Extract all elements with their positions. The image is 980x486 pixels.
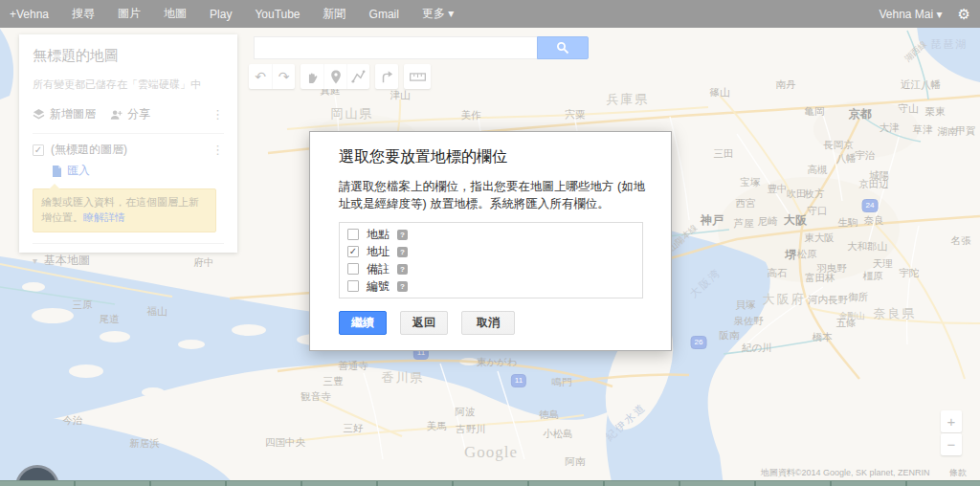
taskbar-edge [0,480,980,486]
field-label: 地點 [367,227,390,243]
help-icon[interactable]: ? [397,264,408,275]
help-icon[interactable]: ? [397,247,408,257]
field-list: 地點 ? ✓ 地址 ? 備註 ? 編號 ? [339,222,643,298]
dialog-body-text: 請選取您檔案上的欄位，指出您要在地圖上哪些地方 (如地址或是經緯度等) 放置地標… [339,179,651,212]
back-button[interactable]: 返回 [400,311,448,335]
field-label: 編號 [367,278,390,295]
dialog-title: 選取您要放置地標的欄位 [339,147,646,167]
field-label: 地址 [367,244,390,260]
field-checkbox-3[interactable] [347,280,359,292]
continue-button[interactable]: 繼續 [339,311,387,335]
field-row: ✓ 地址 ? [347,243,635,260]
field-checkbox-0[interactable] [347,229,359,240]
help-icon[interactable]: ? [397,230,408,240]
field-label: 備註 [367,261,390,277]
field-checkbox-1[interactable]: ✓ [347,246,359,257]
field-checkbox-2[interactable] [347,263,359,275]
help-icon[interactable]: ? [397,281,408,292]
field-row: 編號 ? [347,277,635,295]
field-row: 地點 ? [347,226,635,243]
select-columns-dialog: 選取您要放置地標的欄位 請選取您檔案上的欄位，指出您要在地圖上哪些地方 (如地址… [309,131,672,351]
field-row: 備註 ? [347,260,635,277]
cancel-button[interactable]: 取消 [461,311,515,335]
